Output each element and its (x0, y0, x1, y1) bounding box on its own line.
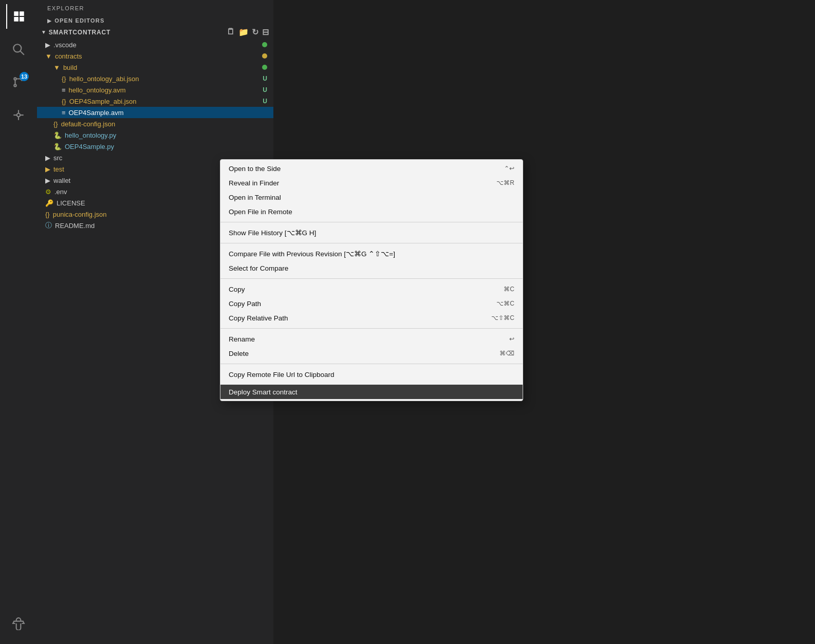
svg-point-6 (14, 84, 16, 86)
svg-rect-0 (14, 11, 18, 16)
menu-item-copy-relative-path[interactable]: Copy Relative Path ⌥⇧⌘C (220, 311, 523, 325)
tree-item-oep4-abi[interactable]: {} OEP4Sample_abi.json U (37, 96, 273, 107)
json-file-icon4: {} (45, 211, 50, 218)
menu-group-7: Deploy Smart contract (220, 383, 523, 401)
svg-point-4 (13, 44, 21, 52)
rename-label: Rename (229, 335, 255, 343)
sidebar-title: EXPLORER (37, 0, 273, 14)
copy-label: Copy (229, 286, 245, 293)
file-history-label: Show File History [⌥⌘G H] (229, 229, 316, 237)
tree-item-vscode[interactable]: ▶ .vscode (37, 39, 273, 50)
tree-item-build[interactable]: ▼ build (37, 62, 273, 73)
refresh-icon[interactable]: ↻ (252, 27, 259, 37)
hello-avm-badge: U (263, 86, 267, 93)
json-file-icon2: {} (62, 98, 66, 105)
folder-collapsed-icon3: ▶ (45, 165, 50, 173)
menu-item-select-compare[interactable]: Select for Compare (220, 261, 523, 275)
reveal-finder-label: Reveal in Finder (229, 179, 279, 187)
menu-item-open-terminal[interactable]: Open in Terminal (220, 190, 523, 204)
copy-remote-url-label: Copy Remote File Url to Clipboard (229, 371, 335, 378)
open-terminal-label: Open in Terminal (229, 194, 281, 201)
menu-sep-5 (220, 364, 523, 364)
tree-item-hello-py[interactable]: 🐍 hello_ontology.py (37, 129, 273, 141)
oep4-avm-name: OEP4Sample.avm (69, 109, 124, 117)
menu-group-1: Open to the Side ⌃↩ Reveal in Finder ⌥⌘R… (220, 160, 523, 220)
license-file-icon: 🔑 (45, 199, 53, 207)
menu-item-reveal-finder[interactable]: Reveal in Finder ⌥⌘R (220, 176, 523, 190)
menu-group-4: Copy ⌘C Copy Path ⌥⌘C Copy Relative Path… (220, 280, 523, 327)
vscode-folder-name: .vscode (53, 41, 77, 49)
menu-sep-3 (220, 278, 523, 279)
copy-path-label: Copy Path (229, 300, 261, 308)
menu-item-compare-revision[interactable]: Compare File with Previous Revision [⌥⌘G… (220, 247, 523, 261)
svg-rect-2 (14, 17, 18, 22)
oep4-abi-badge: U (263, 98, 267, 105)
activity-icon-explorer[interactable] (6, 4, 31, 29)
activity-icon-source-control[interactable]: 13 (6, 70, 31, 94)
hello-abi-badge: U (263, 75, 267, 82)
gear-file-icon: ⚙ (45, 188, 51, 196)
menu-sep-1 (220, 222, 523, 222)
tree-item-default-config[interactable]: {} default-config.json (37, 118, 273, 129)
tree-item-contracts[interactable]: ▼ contracts (37, 50, 273, 62)
tree-item-hello-abi[interactable]: {} hello_ontology_abi.json U (37, 73, 273, 84)
smartcontract-section-header[interactable]: ▼ SMARTCONTRACT 🗒 📁 ↻ ⊟ (37, 25, 273, 39)
open-editors-section[interactable]: ▶ OPEN EDITORS (37, 14, 273, 25)
rename-shortcut: ↩ (509, 335, 514, 343)
reveal-finder-shortcut: ⌥⌘R (496, 179, 514, 186)
delete-label: Delete (229, 350, 249, 357)
menu-item-copy-path[interactable]: Copy Path ⌥⌘C (220, 296, 523, 311)
menu-item-open-to-side[interactable]: Open to the Side ⌃↩ (220, 161, 523, 176)
tree-item-hello-avm[interactable]: ≡ hello_ontology.avm U (37, 84, 273, 96)
hello-avm-name: hello_ontology.avm (69, 86, 126, 94)
menu-item-copy[interactable]: Copy ⌘C (220, 282, 523, 296)
avm-file-icon2: ≡ (62, 109, 66, 117)
menu-item-rename[interactable]: Rename ↩ (220, 332, 523, 346)
compare-revision-label: Compare File with Previous Revision [⌥⌘G… (229, 250, 395, 258)
info-file-icon: ⓘ (45, 221, 52, 230)
folder-collapsed-icon2: ▶ (45, 154, 50, 162)
avm-file-icon: ≡ (62, 86, 66, 94)
oep4-py-name: OEP4Sample.py (65, 143, 114, 150)
contracts-folder-name: contracts (55, 52, 82, 60)
source-control-badge: 13 (20, 72, 29, 81)
delete-shortcut: ⌘⌫ (499, 350, 514, 357)
new-file-icon[interactable]: 🗒 (227, 27, 235, 37)
collapse-icon[interactable]: ⊟ (262, 27, 269, 37)
default-config-name: default-config.json (61, 120, 116, 128)
svg-point-8 (14, 78, 16, 80)
svg-rect-3 (20, 17, 24, 22)
select-compare-label: Select for Compare (229, 264, 288, 272)
folder-collapsed-icon: ▶ (45, 41, 50, 49)
copy-relative-path-shortcut: ⌥⇧⌘C (491, 314, 514, 321)
menu-item-copy-remote-url[interactable]: Copy Remote File Url to Clipboard (220, 367, 523, 382)
copy-relative-path-label: Copy Relative Path (229, 314, 288, 322)
svg-line-5 (20, 51, 24, 55)
menu-item-deploy-smart-contract[interactable]: Deploy Smart contract (220, 385, 523, 399)
py-file-icon: 🐍 (53, 131, 62, 139)
activity-icon-extensions[interactable] (6, 103, 31, 127)
activity-icon-debug[interactable] (6, 611, 31, 636)
vscode-status-dot (262, 42, 267, 47)
hello-abi-name: hello_ontology_abi.json (69, 75, 139, 83)
menu-item-delete[interactable]: Delete ⌘⌫ (220, 346, 523, 361)
menu-group-2: Show File History [⌥⌘G H] (220, 224, 523, 241)
tree-item-oep4-avm[interactable]: ≡ OEP4Sample.avm (37, 107, 273, 118)
build-folder-name: build (63, 64, 77, 71)
menu-item-file-history[interactable]: Show File History [⌥⌘G H] (220, 225, 523, 240)
menu-sep-4 (220, 328, 523, 329)
env-name: .env (54, 188, 67, 196)
menu-item-open-remote[interactable]: Open File in Remote (220, 204, 523, 219)
new-folder-icon[interactable]: 📁 (238, 27, 249, 37)
svg-point-9 (17, 113, 21, 117)
section-toolbar: 🗒 📁 ↻ ⊟ (227, 27, 269, 37)
folder-open-icon: ▼ (45, 52, 52, 60)
copy-shortcut: ⌘C (504, 286, 514, 293)
open-editors-chevron: ▶ (47, 18, 52, 24)
test-folder-name: test (53, 165, 64, 173)
activity-icon-search[interactable] (6, 37, 31, 62)
tree-item-oep4-py[interactable]: 🐍 OEP4Sample.py (37, 141, 273, 152)
build-status-dot (262, 65, 267, 70)
readme-name: README.md (55, 222, 95, 230)
deploy-smart-contract-label: Deploy Smart contract (229, 388, 298, 396)
